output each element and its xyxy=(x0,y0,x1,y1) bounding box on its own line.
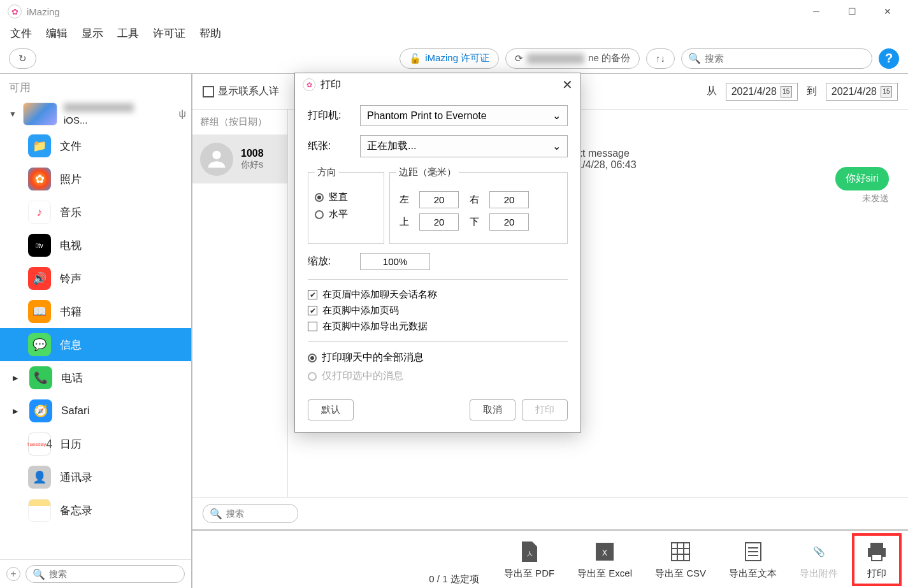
menu-edit[interactable]: 编辑 xyxy=(46,26,68,41)
maximize-button[interactable]: ☐ xyxy=(834,0,870,23)
print-all-radio[interactable]: 打印聊天中的全部消息 xyxy=(308,351,568,364)
minimize-button[interactable]: ─ xyxy=(798,0,834,23)
chevron-right-icon: ▶ xyxy=(13,407,18,415)
menu-license[interactable]: 许可证 xyxy=(153,26,185,41)
menu-view[interactable]: 显示 xyxy=(82,26,103,41)
tv-icon: tv xyxy=(28,234,51,257)
csv-icon xyxy=(667,540,694,564)
svg-text:X: X xyxy=(602,549,607,557)
sidebar-item-label: 电视 xyxy=(60,238,82,253)
svg-rect-4 xyxy=(672,543,689,561)
text-icon xyxy=(740,540,767,564)
zoom-input[interactable] xyxy=(360,253,430,270)
avatar-icon xyxy=(200,143,233,176)
close-button[interactable]: ✕ xyxy=(870,0,905,23)
sidebar-item-tv[interactable]: tv电视 xyxy=(0,229,191,262)
dialog-title: 打印 xyxy=(321,78,341,92)
radio-label: 水平 xyxy=(329,208,348,220)
to-date-input[interactable]: 2021/4/2815 xyxy=(826,83,898,101)
message-bubble[interactable]: 你好siri xyxy=(835,167,889,190)
sidebar-item-ringtones[interactable]: 🔊铃声 xyxy=(0,262,191,295)
chat-search-input[interactable] xyxy=(226,508,291,519)
backup-button[interactable]: ⟳ ne 的备份 xyxy=(505,48,640,69)
toolbar: ↻ 🔓 iMazing 许可证 ⟳ ne 的备份 ↑↓ 🔍 ? xyxy=(0,43,908,74)
sidebar-item-safari[interactable]: ▶🧭Safari xyxy=(0,394,191,427)
calendar-icon: Tuesday4 xyxy=(28,433,51,455)
app-icon: ✿ xyxy=(8,4,22,18)
sidebar-item-music[interactable]: ♪音乐 xyxy=(0,196,191,229)
photos-icon: ✿ xyxy=(28,168,51,190)
margin-right-input[interactable] xyxy=(489,191,529,208)
chevron-down-icon: ▼ xyxy=(9,110,17,118)
action-label: 导出至 CSV xyxy=(655,568,706,580)
radio-label: 打印聊天中的全部消息 xyxy=(322,351,424,364)
printer-icon xyxy=(863,540,890,564)
sidebar-item-messages[interactable]: 💬信息 xyxy=(0,328,191,361)
header-name-checkbox[interactable]: ✔在页眉中添加聊天会话名称 xyxy=(308,289,568,301)
search-input[interactable] xyxy=(705,53,865,64)
sidebar-item-photos[interactable]: ✿照片 xyxy=(0,162,191,196)
export-excel-button[interactable]: X导出至 Excel xyxy=(568,536,641,584)
margin-top-input[interactable] xyxy=(419,213,459,231)
radio-label: 竖直 xyxy=(329,191,348,203)
cancel-button[interactable]: 取消 xyxy=(470,399,515,420)
add-button[interactable]: + xyxy=(6,567,20,581)
sidebar-item-books[interactable]: 📖书籍 xyxy=(0,295,191,328)
sidebar-item-phone[interactable]: ▶📞电话 xyxy=(0,361,191,394)
paper-select[interactable]: 正在加载...⌄ xyxy=(360,135,568,157)
chat-search[interactable]: 🔍 xyxy=(203,504,298,523)
margin-bottom-input[interactable] xyxy=(489,213,529,231)
dialog-print-button[interactable]: 打印 xyxy=(522,399,568,420)
print-selected-radio[interactable]: 仅打印选中的消息 xyxy=(308,369,568,383)
sidebar-item-contacts[interactable]: 👤通讯录 xyxy=(0,461,191,494)
menu-tools[interactable]: 工具 xyxy=(117,26,139,41)
sidebar-search-input[interactable] xyxy=(49,569,178,579)
orientation-vertical-radio[interactable]: 竖直 xyxy=(315,191,377,203)
show-contacts-checkbox[interactable]: 显示联系人详 xyxy=(203,85,279,98)
print-button[interactable]: 打印 xyxy=(852,533,902,586)
svg-text:人: 人 xyxy=(526,550,532,557)
sidebar-item-calendar[interactable]: Tuesday4日历 xyxy=(0,427,191,461)
margin-left-input[interactable] xyxy=(419,191,459,208)
device-row[interactable]: ▼ iOS... ψ xyxy=(0,99,191,129)
default-button[interactable]: 默认 xyxy=(308,399,354,420)
zoom-label: 缩放: xyxy=(308,255,354,268)
footer-metadata-checkbox[interactable]: 在页脚中添加导出元数据 xyxy=(308,320,568,333)
printer-select[interactable]: Phantom Print to Evernote⌄ xyxy=(360,105,568,126)
device-sub: iOS... xyxy=(64,115,134,125)
contacts-icon: 👤 xyxy=(28,466,51,489)
phone-icon: 📞 xyxy=(29,366,52,389)
checkbox-label: 在页脚中添加页码 xyxy=(322,305,399,317)
printer-value: Phantom Print to Evernote xyxy=(367,110,487,122)
from-date-input[interactable]: 2021/4/2815 xyxy=(726,83,798,101)
from-label: 从 xyxy=(707,85,717,98)
action-label: 打印 xyxy=(867,568,886,580)
sidebar: 可用 ▼ iOS... ψ 📁文件 ✿照片 ♪音乐 tv电视 🔊铃声 📖书籍 … xyxy=(0,74,192,588)
sidebar-item-files[interactable]: 📁文件 xyxy=(0,129,191,162)
sidebar-item-label: 日历 xyxy=(60,437,82,452)
group-item[interactable]: 1008 你好s xyxy=(192,135,287,183)
menu-help[interactable]: 帮助 xyxy=(199,26,221,41)
refresh-button[interactable]: ↻ xyxy=(9,48,36,69)
export-csv-button[interactable]: 导出至 CSV xyxy=(646,536,715,584)
footer-page-checkbox[interactable]: ✔在页脚中添加页码 xyxy=(308,305,568,317)
export-text-button[interactable]: 导出至文本 xyxy=(720,536,786,584)
groups-header: 群组（按日期） xyxy=(192,110,287,135)
sidebar-item-label: 文件 xyxy=(60,139,82,154)
sidebar-search[interactable]: 🔍 xyxy=(25,565,185,583)
export-pdf-button[interactable]: 人导出至 PDF xyxy=(495,536,563,584)
paper-value: 正在加载... xyxy=(367,140,416,153)
help-button[interactable]: ? xyxy=(879,48,899,69)
status-line: 0 / 1 选定项 xyxy=(429,573,479,588)
search-icon: 🔍 xyxy=(688,52,701,64)
chevron-right-icon: ▶ xyxy=(13,374,18,382)
menu-file[interactable]: 文件 xyxy=(10,26,32,41)
license-button[interactable]: 🔓 iMazing 许可证 xyxy=(400,48,499,69)
dialog-close-button[interactable]: ✕ xyxy=(562,77,573,92)
transfer-button[interactable]: ↑↓ xyxy=(646,48,675,69)
global-search[interactable]: 🔍 xyxy=(681,48,872,69)
sidebar-item-notes[interactable]: 备忘录 xyxy=(0,494,191,527)
content-search-bar: 🔍 xyxy=(192,497,908,529)
orientation-horizontal-radio[interactable]: 水平 xyxy=(315,208,377,220)
chevron-down-icon: ⌄ xyxy=(552,110,561,122)
